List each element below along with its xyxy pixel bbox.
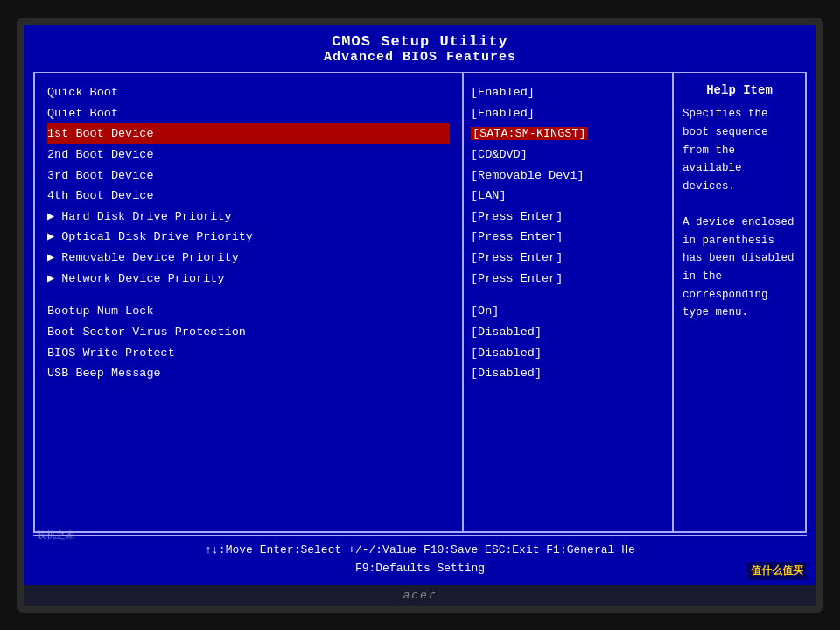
menu-value-1: [Enabled] [471,103,665,124]
menu-value-7: [Press Enter] [471,227,665,248]
bios-header: CMOS Setup Utility Advanced BIOS Feature… [24,24,816,70]
menu-label-0[interactable]: Quick Boot [47,82,450,103]
menu-label-6[interactable]: ▶ Hard Disk Drive Priority [47,206,450,228]
menu-label-12[interactable]: Boot Sector Virus Protection [47,322,450,343]
menu-value-9: [Press Enter] [471,269,665,290]
monitor-brand: acer [24,585,816,606]
menu-value-13: [Disabled] [471,343,665,364]
menu-label-7[interactable]: ▶ Optical Disk Drive Priority [47,227,450,248]
menu-label-5[interactable]: 4th Boot Device [47,186,450,206]
footer-line2: F9:Defaults Setting [42,560,798,578]
menu-label-4[interactable]: 3rd Boot Device [47,165,450,186]
menu-value-2: [SATA:SM-KINGST] [471,123,665,144]
menu-label-2[interactable]: 1st Boot Device [47,123,450,144]
menu-value-3: [CD&DVD] [471,144,665,165]
help-title: Help Item [682,80,796,100]
bios-title1: CMOS Setup Utility [24,33,816,50]
bios-menu-labels: Quick BootQuiet Boot1st Boot Device2nd B… [35,74,464,531]
menu-label-3[interactable]: 2nd Boot Device [47,144,450,165]
menu-label-1[interactable]: Quiet Boot [47,103,450,124]
menu-label-14[interactable]: USB Beep Message [47,363,450,384]
watermark-tl: 装机之家 [37,528,75,542]
menu-value-6: [Press Enter] [471,206,665,228]
bios-screen: CMOS Setup Utility Advanced BIOS Feature… [24,24,816,585]
menu-value-4: [Removable Devi] [471,165,665,186]
menu-value-0: [Enabled] [471,82,665,103]
menu-label-13[interactable]: BIOS Write Protect [47,343,450,364]
bios-footer: ↑↓:Move Enter:Select +/-/:Value F10:Save… [33,535,807,582]
bios-title2: Advanced BIOS Features [24,50,816,65]
monitor: CMOS Setup Utility Advanced BIOS Feature… [18,18,822,612]
menu-label-11[interactable]: Bootup Num-Lock [47,301,450,322]
help-text: Specifies the boot sequence from the ava… [682,105,796,322]
bios-main: Quick BootQuiet Boot1st Boot Device2nd B… [33,72,807,533]
watermark-br: 值什么值买 [747,562,807,580]
menu-label-9[interactable]: ▶ Network Device Priority [47,269,450,290]
menu-value-11: [On] [471,301,665,322]
bios-help-panel: Help Item Specifies the boot sequence fr… [674,74,805,531]
menu-label-8[interactable]: ▶ Removable Device Priority [47,248,450,269]
menu-value-14: [Disabled] [471,363,665,384]
menu-value-12: [Disabled] [471,322,665,343]
bios-menu-values: [Enabled][Enabled][SATA:SM-KINGST][CD&DV… [464,74,674,531]
menu-value-8: [Press Enter] [471,248,665,269]
footer-line1: ↑↓:Move Enter:Select +/-/:Value F10:Save… [42,542,798,560]
menu-value-5: [LAN] [471,186,665,206]
